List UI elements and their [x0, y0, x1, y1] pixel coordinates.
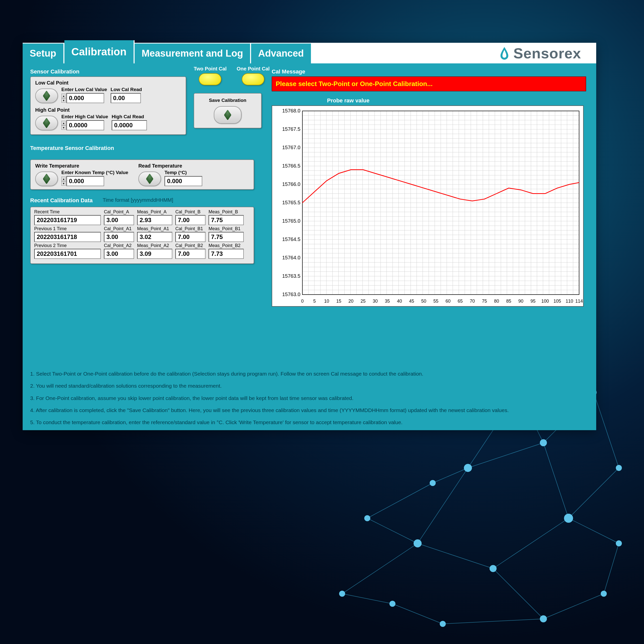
- recent-value: [175, 249, 206, 259]
- recent-col-label: Previous 1 Time: [34, 226, 101, 231]
- recent-value: [34, 232, 101, 242]
- recent-col-label: Cal_Point_B2: [175, 243, 206, 248]
- svg-text:40: 40: [397, 299, 402, 304]
- svg-text:10: 10: [324, 299, 329, 304]
- svg-line-17: [392, 604, 443, 624]
- two-point-label: Two Point Cal: [194, 66, 227, 72]
- recent-value: [209, 249, 244, 259]
- svg-point-26: [464, 464, 472, 472]
- tab-setup[interactable]: Setup: [23, 44, 64, 63]
- cal-message-display: Please select Two-Point or One-Point Cal…: [272, 76, 586, 91]
- recent-col-label: Recent Time: [34, 209, 101, 215]
- svg-text:55: 55: [433, 299, 438, 304]
- recent-col-label: Cal_Point_A1: [104, 226, 134, 231]
- drop-icon: [498, 46, 510, 61]
- recent-value: [104, 249, 134, 259]
- two-point-cal-button[interactable]: [199, 73, 221, 85]
- svg-line-10: [367, 518, 418, 543]
- recent-col-label: Meas_Point_B: [209, 209, 244, 215]
- probe-raw-value-chart: 15763.015763.515764.015764.515765.015765…: [272, 105, 584, 307]
- one-point-label: One Point Cal: [237, 66, 270, 72]
- app-window: Setup Calibration Measurement and Log Ad…: [23, 43, 596, 430]
- svg-point-36: [616, 540, 622, 546]
- known-temp-input[interactable]: [66, 176, 104, 186]
- recent-row: Previous 2 TimeCal_Point_A2Meas_Point_A2…: [34, 243, 250, 259]
- temp-cal-heading: Temperature Sensor Calibration: [30, 145, 254, 151]
- svg-text:15768.0: 15768.0: [282, 108, 300, 113]
- svg-text:50: 50: [421, 299, 426, 304]
- recent-col-label: Meas_Point_A2: [137, 243, 172, 248]
- one-point-cal-button[interactable]: [242, 73, 264, 85]
- write-temp-button[interactable]: [35, 172, 58, 186]
- svg-line-18: [443, 619, 543, 624]
- sensor-cal-panel: Low Cal Point Enter Low Cal Value ▲▼ Low…: [30, 76, 186, 135]
- tab-calibration[interactable]: Calibration: [64, 40, 135, 63]
- known-temp-spin-up[interactable]: ▲: [61, 177, 66, 181]
- recent-value: [104, 215, 134, 225]
- svg-text:15766.0: 15766.0: [282, 181, 300, 187]
- tab-bar: Setup Calibration Measurement and Log Ad…: [23, 43, 596, 63]
- svg-line-20: [569, 518, 619, 543]
- recent-col-label: Cal_Point_A: [104, 209, 134, 215]
- recent-value: [209, 215, 244, 225]
- svg-text:95: 95: [531, 299, 536, 304]
- time-format-label: Time format [yyyymmddHHMM]: [103, 197, 173, 205]
- svg-text:75: 75: [482, 299, 487, 304]
- instruction-5: 5. To conduct the temperature calibratio…: [30, 416, 589, 428]
- svg-point-24: [564, 514, 573, 523]
- low-cal-point-label: Low Cal Point: [35, 80, 181, 86]
- recent-value: [175, 232, 206, 242]
- recent-col-label: Meas_Point_A: [137, 209, 172, 215]
- read-temp-label: Read Temperature: [138, 163, 202, 169]
- svg-line-19: [604, 543, 619, 594]
- known-temp-label: Enter Known Temp (°C) Value: [61, 170, 128, 175]
- high-cal-spin-up[interactable]: ▲: [61, 121, 66, 125]
- svg-point-30: [601, 591, 607, 597]
- svg-text:15764.0: 15764.0: [282, 255, 300, 260]
- svg-point-32: [364, 515, 370, 521]
- recent-cal-panel: Recent TimeCal_Point_AMeas_Point_ACal_Po…: [30, 207, 254, 264]
- high-cal-read-output: [112, 120, 147, 130]
- known-temp-spin-down[interactable]: ▼: [61, 181, 66, 186]
- svg-text:105: 105: [553, 299, 561, 304]
- temp-c-label: Temp (°C): [165, 170, 202, 175]
- low-cal-spin-up[interactable]: ▲: [61, 94, 66, 98]
- svg-text:5: 5: [313, 299, 316, 304]
- svg-text:70: 70: [470, 299, 475, 304]
- temp-output: [165, 176, 202, 186]
- high-cal-spin-down[interactable]: ▼: [61, 125, 66, 130]
- high-cal-point-button[interactable]: [35, 116, 58, 130]
- recent-col-label: Meas_Point_B1: [209, 226, 244, 231]
- write-temp-label: Write Temperature: [35, 163, 128, 169]
- enter-high-cal-input[interactable]: [66, 120, 104, 130]
- svg-text:15764.5: 15764.5: [282, 236, 300, 242]
- svg-line-13: [543, 443, 569, 518]
- svg-text:90: 90: [518, 299, 523, 304]
- svg-text:15: 15: [336, 299, 341, 304]
- low-cal-spin-down[interactable]: ▼: [61, 98, 66, 103]
- read-temp-button[interactable]: [138, 172, 161, 186]
- svg-text:15767.0: 15767.0: [282, 145, 300, 150]
- tab-advanced[interactable]: Advanced: [251, 44, 312, 63]
- svg-point-22: [414, 539, 422, 547]
- svg-point-21: [339, 591, 345, 597]
- instruction-1: 1. Select Two-Point or One-Point calibra…: [30, 368, 589, 380]
- enter-low-cal-input[interactable]: [66, 93, 104, 103]
- svg-line-16: [342, 594, 392, 604]
- svg-text:100: 100: [541, 299, 549, 304]
- recent-col-label: Cal_Point_B: [175, 209, 206, 215]
- enter-high-cal-label: Enter High Cal Value: [61, 114, 108, 119]
- recent-row: Recent TimeCal_Point_AMeas_Point_ACal_Po…: [34, 209, 250, 225]
- svg-text:80: 80: [494, 299, 499, 304]
- svg-point-25: [616, 465, 622, 471]
- tab-measurement[interactable]: Measurement and Log: [135, 44, 251, 63]
- save-cal-panel: Save Calibration: [194, 93, 262, 128]
- brand-logo: Sensorex: [498, 45, 581, 62]
- recent-cal-heading: Recent Calibration Data: [30, 197, 93, 204]
- low-cal-read-output: [111, 93, 141, 103]
- low-cal-point-button[interactable]: [35, 89, 58, 103]
- svg-text:25: 25: [360, 299, 366, 304]
- svg-text:20: 20: [348, 299, 353, 304]
- save-calibration-button[interactable]: [214, 106, 241, 124]
- svg-point-33: [430, 480, 436, 486]
